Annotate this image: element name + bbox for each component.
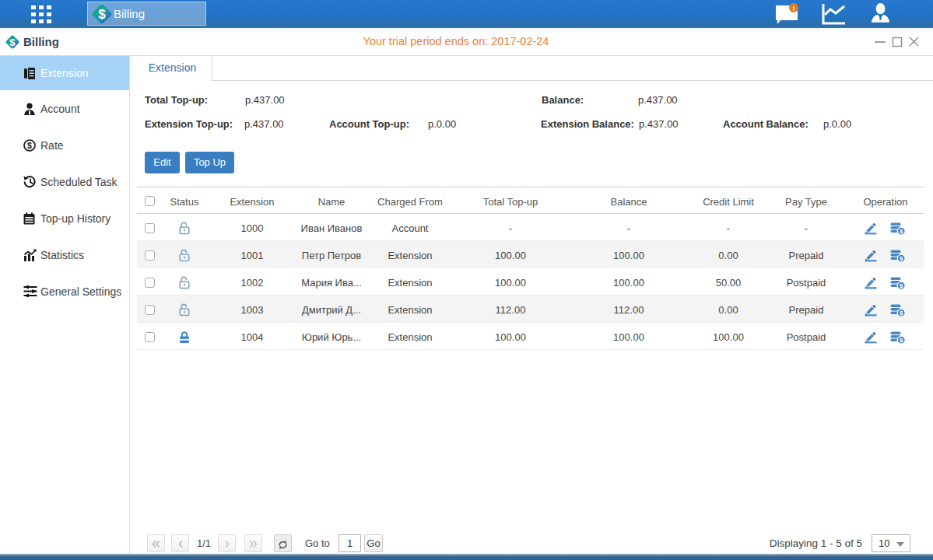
- svg-text:$: $: [900, 337, 903, 344]
- svg-text:$: $: [900, 310, 903, 317]
- svg-text:$: $: [900, 282, 903, 289]
- svg-text:$: $: [98, 7, 106, 22]
- svg-text:$: $: [900, 255, 903, 262]
- svg-text:$: $: [27, 141, 32, 150]
- svg-text:!: !: [793, 5, 795, 12]
- svg-text:$: $: [900, 228, 903, 235]
